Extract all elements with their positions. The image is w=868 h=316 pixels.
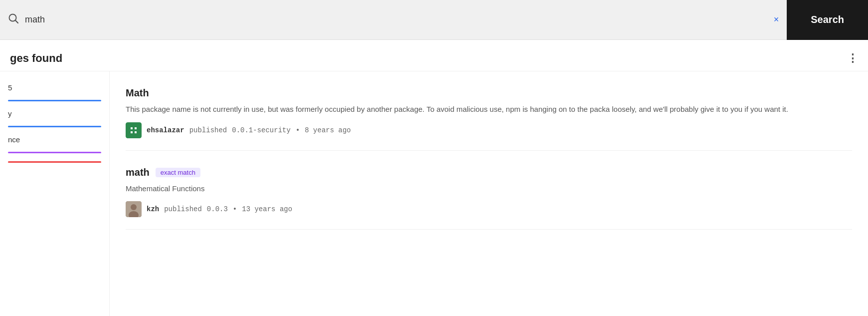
- search-input[interactable]: math: [25, 14, 774, 25]
- exact-match-badge: exact match: [156, 168, 200, 177]
- author-photo: [126, 201, 142, 217]
- sidebar-item-nce[interactable]: nce: [8, 135, 101, 144]
- sidebar-divider-blue-2: [8, 126, 101, 127]
- avatar-pixel-icon: [126, 122, 142, 138]
- author-avatar: [126, 122, 142, 138]
- package-description: This package name is not currently in us…: [126, 104, 852, 115]
- results-header: ges found ⋮: [0, 40, 868, 71]
- search-button[interactable]: Search: [787, 0, 868, 40]
- package-meta-2: kzh published 0.0.3 • 13 years ago: [126, 201, 852, 217]
- search-bar: math × Search: [0, 0, 868, 40]
- author-name-2[interactable]: kzh: [147, 205, 159, 213]
- author-name[interactable]: ehsalazar: [147, 126, 184, 134]
- results-count: ges found: [10, 52, 62, 65]
- package-item-math: Math This package name is not currently …: [126, 71, 852, 151]
- search-icon: [8, 13, 19, 26]
- package-name[interactable]: Math: [126, 87, 149, 99]
- dot-separator-2: •: [233, 205, 237, 213]
- package-version: 0.0.1-security: [232, 126, 291, 134]
- sidebar: 5 y nce: [0, 71, 110, 316]
- package-version-2: 0.0.3: [207, 205, 228, 213]
- sidebar-item-y[interactable]: y: [8, 109, 101, 118]
- svg-line-1: [15, 20, 18, 23]
- svg-rect-7: [135, 131, 137, 133]
- svg-point-12: [131, 204, 137, 210]
- sidebar-divider-purple: [8, 152, 101, 153]
- package-item-math-exact: math exact match Mathematical Functions …: [126, 151, 852, 230]
- clear-button[interactable]: ×: [774, 14, 779, 25]
- svg-rect-3: [131, 127, 133, 129]
- author-avatar-2: [126, 201, 142, 217]
- svg-rect-10: [135, 129, 137, 131]
- svg-rect-4: [135, 127, 137, 129]
- published-ago-2: 13 years ago: [242, 205, 292, 213]
- package-name-row-2: math exact match: [126, 167, 852, 178]
- sidebar-item-count: 5: [8, 83, 101, 92]
- svg-rect-6: [131, 131, 133, 133]
- published-label: published: [189, 126, 227, 134]
- svg-rect-8: [133, 127, 135, 129]
- svg-rect-5: [133, 129, 135, 131]
- dot-separator: •: [296, 126, 300, 134]
- svg-rect-9: [131, 129, 133, 131]
- sidebar-divider-red: [8, 161, 101, 163]
- published-ago: 8 years ago: [305, 126, 350, 134]
- package-meta: ehsalazar published 0.0.1-security • 8 y…: [126, 122, 852, 138]
- package-name-2[interactable]: math: [126, 167, 150, 178]
- main-layout: 5 y nce Math This package name is not cu…: [0, 71, 868, 316]
- sort-icon[interactable]: ⋮: [847, 52, 858, 65]
- package-description-2: Mathematical Functions: [126, 183, 852, 195]
- package-name-row: Math: [126, 87, 852, 99]
- sidebar-divider-blue-1: [8, 100, 101, 101]
- published-label-2: published: [164, 205, 202, 213]
- package-list: Math This package name is not currently …: [110, 71, 868, 316]
